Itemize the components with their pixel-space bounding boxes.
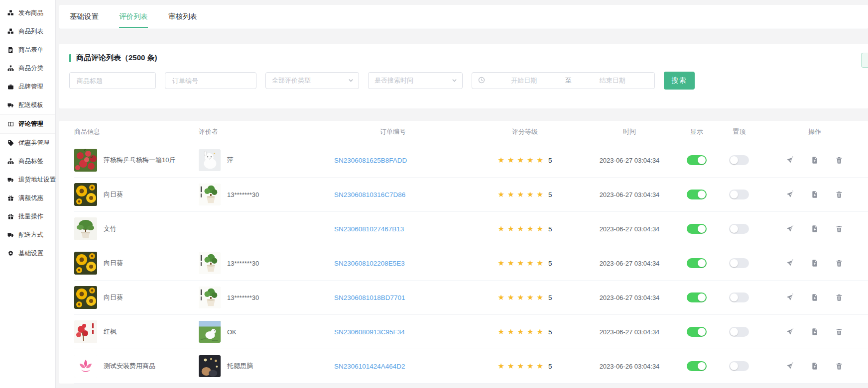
tab-2[interactable]: 评价列表: [119, 5, 148, 28]
product-image: [74, 286, 97, 309]
table-header-row: 商品信息 评价者 订单编号 评分等级 时间 显示 置顶 操作: [74, 121, 868, 143]
order-number-link[interactable]: SN2306080913C95F34: [318, 328, 405, 336]
order-number-link[interactable]: SN2306081027467B13: [318, 225, 404, 233]
table-row: 向日葵 13*******30 SN230608102208E5E3 ★★★★★…: [74, 246, 868, 281]
star-icon: ★: [507, 293, 514, 301]
pin-toggle[interactable]: [729, 155, 749, 165]
end-date-field[interactable]: 结束日期: [577, 76, 649, 85]
tab-1[interactable]: 基础设置: [70, 5, 99, 28]
pin-toggle[interactable]: [729, 190, 749, 199]
product-title: 向日葵: [104, 259, 123, 268]
sidebar-item-9[interactable]: 商品标签: [0, 152, 55, 171]
add-file-icon[interactable]: [811, 225, 819, 233]
send-icon[interactable]: [786, 362, 794, 370]
star-icon: ★: [517, 156, 524, 164]
sidebar-item-4[interactable]: 商品分类: [0, 59, 55, 78]
show-toggle[interactable]: [687, 258, 707, 268]
sidebar-item-14[interactable]: 基础设置: [0, 244, 55, 263]
start-date-field[interactable]: 开始日期: [488, 76, 560, 85]
send-icon[interactable]: [786, 293, 794, 301]
star-icon: ★: [536, 327, 543, 336]
delete-icon[interactable]: [835, 156, 843, 164]
delete-icon[interactable]: [835, 362, 843, 370]
order-number-link[interactable]: SN2306081018BD7701: [318, 294, 405, 301]
sidebar-item-13[interactable]: 配送方式: [0, 226, 55, 244]
reviewer-name: 13*******30: [227, 294, 259, 301]
date-range-picker[interactable]: 开始日期 至 结束日期: [472, 72, 655, 89]
sidebar-item-label: 商品标签: [18, 157, 43, 166]
review-type-select[interactable]: 全部评价类型: [265, 72, 359, 89]
tag-icon: [7, 140, 14, 146]
sidebar-item-1[interactable]: 发布商品: [0, 4, 55, 22]
add-file-icon[interactable]: [811, 362, 819, 370]
sitemap-icon: [7, 158, 14, 165]
pin-toggle[interactable]: [729, 258, 749, 268]
delete-icon[interactable]: [835, 328, 843, 336]
add-file-icon[interactable]: [811, 293, 819, 301]
sidebar-item-6[interactable]: 配送模板: [0, 96, 55, 114]
add-file-icon[interactable]: [811, 328, 819, 336]
order-number-link[interactable]: SN2306081625B8FADD: [318, 157, 407, 164]
order-number-link[interactable]: SN2306101424A464D2: [318, 363, 405, 370]
column-header-time: 时间: [582, 127, 677, 136]
show-toggle[interactable]: [687, 190, 707, 199]
time-search-select[interactable]: 是否搜索时间: [368, 72, 463, 89]
product-image: [74, 355, 97, 378]
toggle-knob: [730, 259, 738, 267]
star-icon: ★: [517, 327, 524, 336]
product-image: [74, 217, 97, 240]
sidebar-item-5[interactable]: 品牌管理: [0, 78, 55, 96]
order-number-link[interactable]: SN230608102208E5E3: [318, 260, 405, 267]
pin-toggle[interactable]: [729, 361, 749, 371]
order-no-input[interactable]: [171, 77, 250, 85]
send-icon[interactable]: [786, 225, 794, 233]
show-toggle[interactable]: [687, 155, 707, 165]
sidebar-item-label: 发布商品: [18, 9, 43, 17]
sidebar-item-7[interactable]: 评论管理: [0, 114, 55, 134]
send-icon[interactable]: [786, 191, 794, 198]
show-toggle[interactable]: [687, 292, 707, 302]
delete-icon[interactable]: [835, 293, 843, 301]
reviewer-cell: 13*******30: [199, 287, 318, 308]
search-button[interactable]: 搜索: [664, 72, 695, 90]
send-icon[interactable]: [786, 328, 794, 336]
pin-toggle[interactable]: [729, 292, 749, 302]
date-range-separator: 至: [563, 76, 574, 85]
add-file-icon[interactable]: [811, 191, 819, 198]
reviewer-name: 萍: [227, 156, 234, 165]
file-icon: [7, 47, 14, 53]
order-number-link[interactable]: SN23060810316C7D86: [318, 191, 405, 198]
tab-3[interactable]: 审核列表: [168, 5, 197, 28]
add-file-icon[interactable]: [811, 259, 819, 267]
pin-toggle[interactable]: [729, 327, 749, 337]
sidebar-item-2[interactable]: 商品列表: [0, 22, 55, 41]
send-icon[interactable]: [786, 259, 794, 267]
pin-toggle[interactable]: [729, 224, 749, 234]
order-no-filter[interactable]: [165, 72, 256, 89]
rating-score: 5: [548, 294, 552, 301]
sidebar-item-10[interactable]: 退货地址设置: [0, 171, 55, 189]
product-title-input[interactable]: [76, 77, 149, 85]
add-file-icon[interactable]: [811, 156, 819, 164]
product-title-filter[interactable]: [69, 72, 156, 89]
table-row: 向日葵 13*******30 SN2306081018BD7701 ★★★★★…: [74, 281, 868, 315]
toggle-knob: [730, 362, 738, 370]
show-toggle[interactable]: [687, 361, 707, 371]
star-rating: ★★★★★: [498, 362, 546, 371]
sidebar-item-12[interactable]: 批量操作: [0, 207, 55, 226]
rating-cell: ★★★★★ 5: [468, 362, 582, 371]
sidebar-item-11[interactable]: 满额优惠: [0, 189, 55, 207]
sidebar-item-8[interactable]: 优惠券管理: [0, 134, 55, 152]
delete-icon[interactable]: [835, 191, 843, 198]
cubes-icon: [7, 28, 14, 35]
review-table: 商品信息 评价者 订单编号 评分等级 时间 显示 置顶 操作 萍杨梅乒乓杨梅一箱…: [59, 121, 868, 384]
delete-icon[interactable]: [835, 225, 843, 233]
time-search-value: 是否搜索时间: [374, 76, 413, 85]
send-icon[interactable]: [786, 156, 794, 164]
show-toggle[interactable]: [687, 224, 707, 234]
star-icon: ★: [498, 327, 504, 336]
sidebar-item-3[interactable]: 商品表单: [0, 41, 55, 59]
delete-icon[interactable]: [835, 259, 843, 267]
show-toggle[interactable]: [687, 327, 707, 337]
add-new-button[interactable]: + 新增: [861, 53, 868, 68]
